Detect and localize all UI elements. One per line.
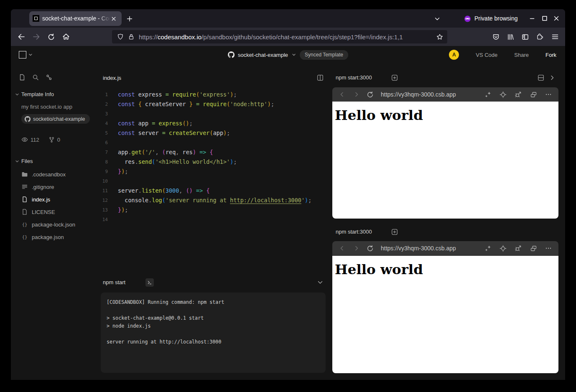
sidebars-icon[interactable]	[520, 32, 530, 42]
editor-tab-index-js[interactable]: index.js	[103, 75, 121, 81]
views-count: 112	[31, 137, 39, 143]
more-options-icon[interactable]	[545, 91, 552, 98]
line-number: 2	[98, 99, 108, 109]
chevron-right-icon[interactable]	[549, 74, 556, 81]
file-row-package.json[interactable]: {}package.json	[21, 231, 97, 243]
workspace-chevron-icon[interactable]	[28, 52, 33, 57]
preview-back-icon[interactable]	[339, 245, 345, 252]
preview-url[interactable]: https://vy3hqm-3000.csb.app	[381, 245, 456, 252]
terminal-line: [CODESANDBOX] Running command: npm start	[107, 298, 326, 306]
terminal-header: npm start	[98, 276, 329, 289]
sidebar-toggle-icon	[522, 33, 529, 41]
template-info-chevron-icon[interactable]	[15, 92, 20, 97]
window-maximize-button[interactable]	[540, 14, 550, 23]
project-chevron-icon	[291, 52, 296, 57]
template-info-label[interactable]: Template Info	[21, 91, 54, 97]
preview-content[interactable]: Hello world	[332, 256, 558, 373]
open-windows-icon[interactable]	[530, 91, 537, 98]
debug-bug-icon[interactable]	[515, 244, 522, 252]
code-text: server.listen(3000, () => {	[118, 186, 210, 196]
line-number: 3	[98, 109, 108, 119]
preview-reload-icon[interactable]	[367, 245, 374, 252]
add-preview-icon[interactable]	[391, 74, 398, 81]
line-number: 5	[98, 128, 108, 138]
shield-icon[interactable]	[117, 33, 124, 40]
preview-back-icon[interactable]	[339, 91, 345, 98]
home-button[interactable]	[61, 32, 71, 42]
window-minimize-button[interactable]	[527, 14, 537, 23]
share-button[interactable]: Share	[514, 52, 529, 58]
library-icon[interactable]	[505, 32, 515, 42]
more-options-icon[interactable]	[545, 245, 552, 252]
reload-button[interactable]	[46, 32, 56, 42]
back-button[interactable]	[16, 32, 26, 42]
code-text: app.get('/', (req, res) => {	[118, 148, 213, 157]
home-icon	[62, 33, 70, 41]
code-area[interactable]: 1const express = require('express');2con…	[98, 90, 329, 224]
preview-forward-icon[interactable]	[353, 91, 360, 98]
explorer-file-icon[interactable]	[19, 74, 25, 81]
git-fork-icon[interactable]	[46, 74, 52, 81]
split-preview-icon[interactable]	[538, 74, 544, 81]
list-all-tabs-button[interactable]	[432, 14, 442, 24]
add-preview-icon[interactable]	[391, 229, 398, 235]
code-text: const express = require('express');	[118, 90, 237, 99]
code-line-12: 12 console.log('server running at http:/…	[98, 196, 329, 205]
crosshair-icon[interactable]	[500, 91, 507, 98]
terminal-tab-label[interactable]: npm start	[103, 279, 125, 285]
open-windows-icon[interactable]	[530, 245, 537, 252]
codesandbox-app: socket-chat-example Synced Template A VS…	[11, 46, 565, 380]
collapse-panel-chevron-icon[interactable]	[317, 279, 324, 286]
search-icon[interactable]	[32, 74, 39, 81]
file-row-package-lock.json[interactable]: {}package-lock.json	[21, 218, 97, 231]
terminal-line: > node index.js	[107, 322, 326, 330]
codesandbox-logo-icon[interactable]	[19, 51, 26, 59]
sparkles-ai-icon[interactable]	[484, 245, 492, 252]
template-name: my first socket.io app	[21, 104, 72, 110]
codesandbox-favicon-icon	[33, 15, 39, 22]
lock-icon[interactable]	[128, 33, 135, 40]
fork-button[interactable]: Fork	[545, 52, 556, 58]
window-close-button[interactable]	[551, 14, 561, 23]
code-line-8: 8 res.send('<h1>Hello world</h1>');	[98, 157, 329, 167]
preview-url[interactable]: https://vy3hqm-3000.csb.app	[381, 91, 456, 98]
extensions-icon[interactable]	[535, 32, 545, 42]
browser-tab[interactable]: socket-chat-example - CodeSandbox	[29, 11, 122, 26]
url-text: https://codesandbox.io/p/sandbox/github/…	[139, 33, 436, 41]
preview-forward-icon[interactable]	[353, 245, 360, 252]
back-arrow-icon	[18, 33, 25, 41]
file-row-.codesandbox[interactable]: .codesandbox	[21, 168, 97, 181]
project-title-group[interactable]: socket-chat-example Synced Template	[228, 46, 348, 64]
sparkles-ai-icon[interactable]	[484, 91, 492, 98]
tab-close-button[interactable]	[110, 15, 118, 23]
preview-tab-label[interactable]: npm start:3000	[336, 229, 372, 235]
repo-badge[interactable]: socketio/chat-example	[21, 114, 90, 124]
file-row-index.js[interactable]: index.js	[21, 193, 97, 206]
split-editor-icon[interactable]	[317, 74, 324, 81]
hamburger-menu-icon	[552, 33, 558, 40]
avatar[interactable]: A	[449, 50, 459, 60]
pocket-icon[interactable]	[491, 32, 501, 42]
files-chevron-icon[interactable]	[15, 159, 20, 164]
menu-button[interactable]	[550, 32, 560, 42]
files-label[interactable]: Files	[21, 158, 33, 164]
debug-bug-icon[interactable]	[515, 91, 522, 98]
new-tab-button[interactable]	[125, 14, 135, 24]
chevron-down-icon	[434, 16, 440, 22]
url-bar[interactable]: https://codesandbox.io/p/sandbox/github/…	[112, 30, 447, 43]
preview-reload-icon[interactable]	[367, 91, 374, 98]
terminal-output[interactable]: [CODESANDBOX] Running command: npm start…	[101, 293, 326, 373]
file-row-.gitignore[interactable]: .gitignore	[21, 181, 97, 193]
close-icon	[111, 16, 116, 21]
code-line-7: 7app.get('/', (req, res) => {	[98, 148, 329, 157]
forward-button[interactable]	[31, 32, 41, 42]
vscode-button[interactable]: VS Code	[476, 52, 497, 58]
minimize-icon	[529, 15, 535, 21]
preview-content[interactable]: Hello world	[332, 102, 558, 219]
file-row-LICENSE[interactable]: LICENSE	[21, 206, 97, 218]
preview-tab-label[interactable]: npm start:3000	[336, 74, 372, 81]
crosshair-icon[interactable]	[500, 245, 507, 252]
code-line-5: 5const server = createServer(app);	[98, 128, 329, 138]
bookmark-star-icon[interactable]	[436, 33, 443, 41]
code-text: const { createServer } = require('node:h…	[118, 99, 274, 109]
